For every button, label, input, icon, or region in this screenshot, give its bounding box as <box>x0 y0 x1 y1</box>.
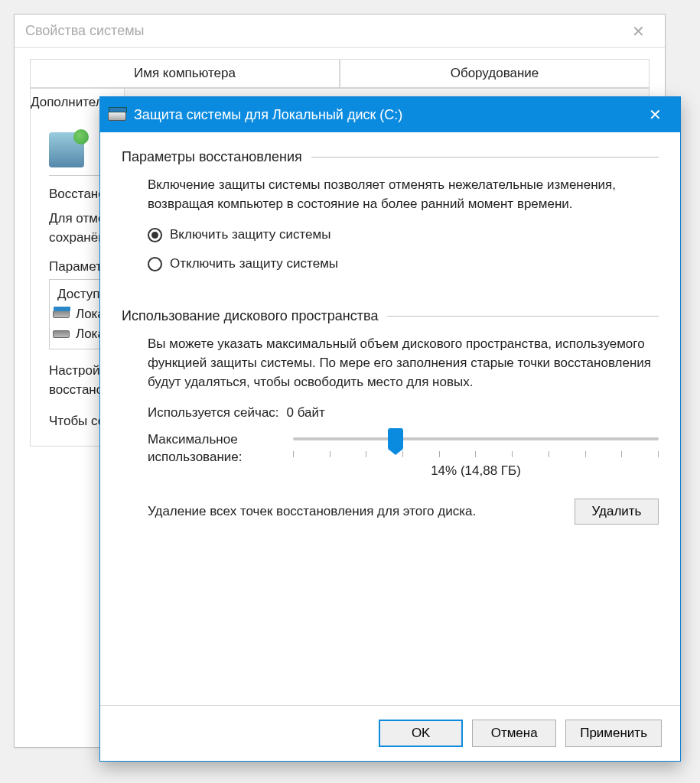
dialog-body: Параметры восстановления Включение защит… <box>100 132 680 705</box>
disk-section-header: Использование дискового пространства <box>122 308 659 324</box>
tab-computer-name[interactable]: Имя компьютера <box>30 59 340 88</box>
hdd-icon <box>108 112 126 121</box>
restore-description: Включение защиты системы позволяет отмен… <box>148 176 659 213</box>
max-usage-slider[interactable]: 14% (14,88 ГБ) <box>293 431 659 479</box>
restore-section-header: Параметры восстановления <box>122 149 659 165</box>
current-usage-label: Используется сейчас: <box>148 405 279 421</box>
slider-thumb[interactable] <box>388 428 403 450</box>
parent-window-title: Свойства системы <box>25 23 144 39</box>
system-protection-dialog: Защита системы для Локальный диск (C:) ✕… <box>99 96 681 762</box>
dialog-titlebar: Защита системы для Локальный диск (C:) ✕ <box>100 97 680 132</box>
delete-button[interactable]: Удалить <box>575 499 659 525</box>
dialog-button-row: OK Отмена Применить <box>100 705 680 761</box>
radio-label: Отключить защиту системы <box>170 256 338 271</box>
current-usage-value: 0 байт <box>287 405 325 421</box>
close-icon[interactable]: ✕ <box>638 102 672 127</box>
max-usage-label: Максимальное использование: <box>148 431 278 466</box>
radio-icon <box>148 257 162 271</box>
radio-disable-protection[interactable]: Отключить защиту системы <box>148 256 659 271</box>
restore-icon <box>49 132 84 167</box>
tab-hardware[interactable]: Оборудование <box>340 59 650 88</box>
disk-description: Вы можете указать максимальный объем дис… <box>148 335 659 392</box>
close-icon[interactable]: ✕ <box>623 19 654 44</box>
slider-value: 14% (14,88 ГБ) <box>293 463 659 479</box>
dialog-title: Защита системы для Локальный диск (C:) <box>134 107 630 123</box>
disk-icon <box>53 310 70 318</box>
radio-enable-protection[interactable]: Включить защиту системы <box>148 227 659 242</box>
apply-button[interactable]: Применить <box>565 720 662 747</box>
ok-button[interactable]: OK <box>379 720 463 747</box>
disk-icon <box>53 330 70 338</box>
section-title-text: Использование дискового пространства <box>122 308 378 324</box>
section-title-text: Параметры восстановления <box>122 149 302 165</box>
parent-titlebar: Свойства системы ✕ <box>15 15 665 48</box>
radio-icon <box>148 228 162 242</box>
cancel-button[interactable]: Отмена <box>472 720 556 747</box>
delete-description: Удаление всех точек восстановления для э… <box>148 502 559 521</box>
radio-label: Включить защиту системы <box>170 227 330 242</box>
